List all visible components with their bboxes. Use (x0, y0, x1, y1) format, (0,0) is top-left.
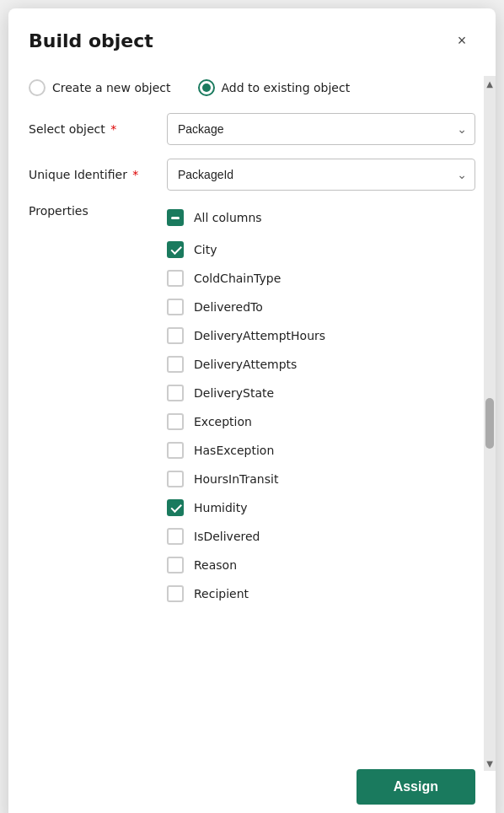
deliveryattempthours-label: DeliveryAttemptHours (194, 329, 325, 342)
radio-add-existing[interactable]: Add to existing object (198, 79, 351, 96)
unique-identifier-label: Unique Identifier * (29, 168, 153, 181)
list-item[interactable]: City (167, 236, 475, 263)
unique-identifier-dropdown[interactable]: PackageId (167, 159, 475, 191)
hasexception-label: HasException (194, 444, 274, 457)
scrollbar[interactable]: ▲ ▼ (484, 76, 496, 771)
isdelivered-label: IsDelivered (194, 530, 260, 543)
coldchaintype-label: ColdChainType (194, 272, 281, 285)
recipient-checkbox[interactable] (167, 585, 184, 602)
radio-create-new-circle (29, 79, 46, 96)
radio-group: Create a new object Add to existing obje… (29, 66, 475, 113)
hasexception-checkbox[interactable] (167, 442, 184, 459)
unique-identifier-row: Unique Identifier * PackageId ⌄ (29, 159, 475, 191)
recipient-label: Recipient (194, 587, 249, 600)
radio-create-new-label: Create a new object (52, 81, 171, 94)
scroll-up-arrow[interactable]: ▲ (484, 78, 496, 89)
list-item[interactable]: Exception (167, 408, 475, 435)
deliveryattempts-checkbox[interactable] (167, 356, 184, 373)
exception-checkbox[interactable] (167, 413, 184, 430)
exception-label: Exception (194, 415, 252, 428)
select-object-row: Select object * Package ⌄ (29, 113, 475, 145)
all-columns-label: All columns (194, 211, 262, 224)
list-item[interactable]: Reason (167, 552, 475, 579)
radio-create-new[interactable]: Create a new object (29, 79, 171, 96)
all-columns-checkbox[interactable] (167, 209, 184, 226)
deliveredto-label: DeliveredTo (194, 300, 263, 314)
coldchaintype-checkbox[interactable] (167, 270, 184, 287)
deliveryattempthours-checkbox[interactable] (167, 327, 184, 344)
deliveryattempts-label: DeliveryAttempts (194, 358, 297, 371)
list-item[interactable]: ColdChainType (167, 265, 475, 292)
list-item[interactable]: HoursInTransit (167, 466, 475, 493)
dialog-title: Build object (29, 30, 153, 51)
humidity-checkbox[interactable] (167, 499, 184, 516)
list-item[interactable]: DeliveryAttemptHours (167, 322, 475, 349)
dialog-footer: Assign (8, 757, 496, 813)
list-item[interactable]: HasException (167, 437, 475, 464)
unique-identifier-required: * (129, 168, 138, 181)
radio-add-existing-circle (198, 79, 215, 96)
select-object-wrapper: Package ⌄ (167, 113, 475, 145)
select-object-dropdown[interactable]: Package (167, 113, 475, 145)
list-item[interactable]: Humidity (167, 494, 475, 521)
deliveredto-checkbox[interactable] (167, 299, 184, 315)
deliverystate-label: DeliveryState (194, 386, 274, 400)
select-object-label: Select object * (29, 122, 153, 136)
dialog-body: Create a new object Add to existing obje… (8, 66, 496, 757)
select-object-required: * (107, 122, 116, 136)
assign-button[interactable]: Assign (357, 769, 475, 805)
build-object-dialog: Build object × ▲ ▼ Create a new object A… (8, 8, 496, 813)
reason-label: Reason (194, 558, 237, 572)
hoursintransit-checkbox[interactable] (167, 471, 184, 487)
list-item[interactable]: DeliveredTo (167, 293, 475, 320)
list-item[interactable]: Recipient (167, 580, 475, 607)
humidity-label: Humidity (194, 501, 247, 514)
hoursintransit-label: HoursInTransit (194, 472, 278, 486)
dialog-header: Build object × (8, 8, 496, 66)
properties-list: All columns City ColdChainType Delivered… (167, 204, 475, 607)
city-label: City (194, 243, 217, 256)
list-item[interactable]: DeliveryAttempts (167, 351, 475, 378)
properties-label: Properties (29, 204, 153, 218)
radio-add-existing-label: Add to existing object (222, 81, 351, 94)
list-item[interactable]: IsDelivered (167, 523, 475, 550)
list-item[interactable]: DeliveryState (167, 380, 475, 406)
unique-identifier-wrapper: PackageId ⌄ (167, 159, 475, 191)
city-checkbox[interactable] (167, 241, 184, 258)
properties-section: Properties All columns City ColdChainTyp… (29, 204, 475, 607)
reason-checkbox[interactable] (167, 557, 184, 573)
all-columns-item[interactable]: All columns (167, 204, 475, 231)
scroll-thumb[interactable] (485, 398, 494, 449)
deliverystate-checkbox[interactable] (167, 385, 184, 401)
close-icon: × (458, 32, 467, 50)
close-button[interactable]: × (448, 27, 475, 54)
isdelivered-checkbox[interactable] (167, 528, 184, 545)
scroll-down-arrow[interactable]: ▼ (484, 757, 496, 769)
